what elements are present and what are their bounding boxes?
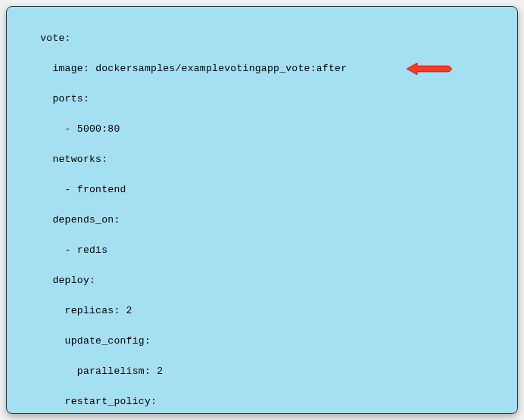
yaml-list-item: - frontend — [65, 184, 126, 195]
yaml-key: update_config: — [65, 335, 151, 347]
yaml-list-item: - redis — [65, 244, 108, 256]
svg-marker-0 — [407, 63, 452, 75]
highlight-arrow-icon — [407, 63, 452, 75]
yaml-value: dockersamples/examplevotingapp_vote:afte… — [95, 63, 347, 74]
code-line: deploy: — [28, 273, 517, 288]
yaml-pair: replicas: 2 — [65, 305, 133, 316]
code-line: restart_policy: — [28, 394, 517, 409]
code-line: - 5000:80 — [28, 122, 517, 137]
yaml-key: networks: — [52, 154, 108, 165]
yaml-key: depends_on: — [52, 214, 120, 226]
yaml-pair: parallelism: 2 — [77, 366, 163, 377]
code-line: update_config: — [28, 334, 517, 349]
yaml-key: image: — [52, 63, 89, 74]
code-line: networks: — [28, 152, 517, 167]
code-window: vote: image: dockersamples/examplevoting… — [6, 6, 518, 414]
code-line: image: dockersamples/examplevotingapp_vo… — [28, 61, 517, 76]
yaml-key: vote: — [40, 33, 71, 44]
yaml-key: ports: — [52, 93, 89, 104]
code-line: replicas: 2 — [28, 303, 517, 319]
code-line: vote: — [28, 31, 517, 46]
yaml-list-item: - 5000:80 — [65, 123, 120, 135]
code-line: - redis — [28, 243, 517, 258]
code-line: ports: — [28, 92, 517, 107]
yaml-code-block: vote: image: dockersamples/examplevoting… — [7, 16, 517, 414]
yaml-key: deploy: — [52, 275, 95, 286]
code-line: - frontend — [28, 182, 517, 198]
code-line: depends_on: — [28, 213, 517, 228]
code-line: parallelism: 2 — [28, 364, 517, 379]
yaml-key: restart_policy: — [65, 396, 158, 407]
